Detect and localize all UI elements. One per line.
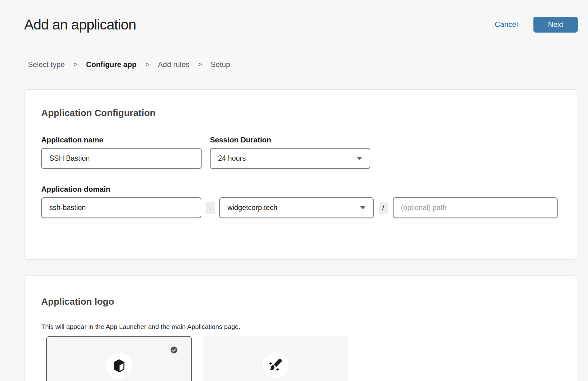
application-name-label: Application name	[41, 136, 202, 144]
step-setup[interactable]: Setup	[211, 60, 230, 69]
page-header: Add an application Cancel Next	[0, 0, 588, 33]
path-input[interactable]	[393, 197, 558, 218]
dot-separator: .	[206, 202, 215, 214]
cancel-button[interactable]: Cancel	[495, 20, 518, 29]
logo-preview-circle	[263, 352, 289, 378]
chevron-down-icon	[360, 206, 366, 209]
next-button[interactable]: Next	[533, 17, 578, 33]
cube-icon	[113, 359, 125, 372]
application-name-field-group: Application name	[41, 136, 202, 169]
session-duration-select[interactable]: 24 hours	[210, 148, 370, 169]
chevron-down-icon	[357, 157, 362, 160]
domain-select[interactable]: widgetcorp.tech	[219, 197, 373, 218]
session-duration-label: Session Duration	[210, 136, 370, 144]
application-domain-label: Application domain	[41, 185, 558, 194]
application-configuration-card: Application Configuration Application na…	[24, 89, 577, 260]
logo-options	[46, 336, 558, 381]
check-icon	[171, 347, 177, 353]
page-title: Add an application	[24, 16, 136, 33]
session-duration-value: 24 hours	[218, 154, 246, 163]
logo-description: This will appear in the App Launcher and…	[41, 323, 558, 330]
session-duration-field-group: Session Duration 24 hours	[210, 136, 370, 169]
logo-option-default[interactable]	[46, 336, 192, 381]
step-separator: >	[198, 61, 202, 69]
application-name-input[interactable]	[41, 148, 202, 169]
header-actions: Cancel Next	[495, 17, 578, 33]
step-add-rules[interactable]: Add rules	[158, 60, 189, 69]
step-separator: >	[74, 61, 78, 69]
domain-value: widgetcorp.tech	[227, 204, 277, 212]
breadcrumb: Select type > Configure app > Add rules …	[28, 60, 588, 69]
configuration-heading: Application Configuration	[41, 108, 558, 118]
logo-preview-circle	[106, 353, 132, 379]
step-separator: >	[145, 61, 149, 69]
slash-separator: /	[379, 202, 388, 214]
step-configure-app[interactable]: Configure app	[86, 60, 137, 69]
subdomain-input[interactable]	[41, 197, 201, 218]
paintbrush-icon	[269, 358, 283, 372]
logo-option-custom[interactable]	[203, 336, 348, 381]
logo-heading: Application logo	[41, 296, 558, 307]
application-logo-card: Application logo This will appear in the…	[24, 276, 577, 381]
step-select-type[interactable]: Select type	[28, 60, 65, 69]
